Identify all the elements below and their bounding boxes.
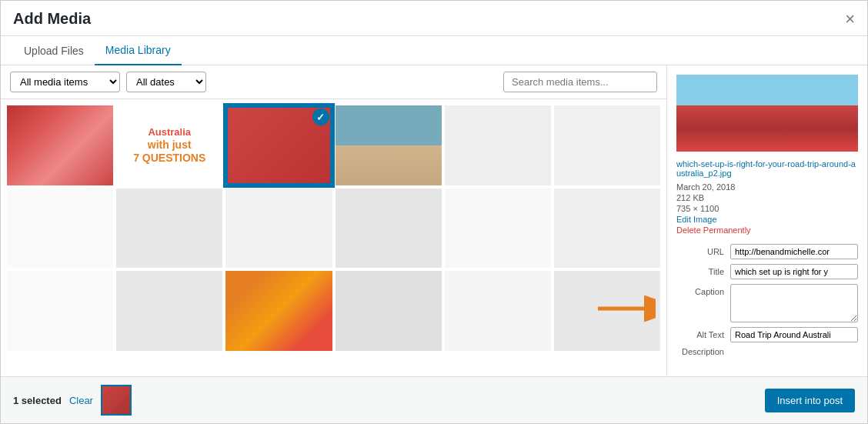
media-item[interactable] [554,271,660,351]
tab-upload[interactable]: Upload Files [13,36,95,65]
media-item[interactable] [554,189,660,269]
media-item[interactable] [445,189,551,269]
media-item-selected[interactable]: ✓ [225,105,332,185]
selected-count: 1 selected [13,395,62,406]
search-input[interactable] [503,72,657,92]
modal-header: Add Media × [1,1,867,36]
media-item[interactable] [445,271,551,351]
media-item[interactable] [336,105,442,185]
url-label: URL [676,247,730,256]
media-sidebar: which-set-up-is-right-for-your-road-trip… [667,65,867,376]
insert-into-post-button[interactable]: Insert into post [765,389,855,412]
caption-input[interactable] [730,284,858,322]
media-item[interactable] [116,189,222,269]
caption-label: Caption [676,284,730,296]
media-item[interactable] [336,271,442,351]
media-grid: Australiawith just7 QUESTIONS ✓ [1,99,666,376]
url-input[interactable] [730,244,858,259]
date-filter[interactable]: All dates [126,72,206,92]
alt-input[interactable] [730,327,858,342]
description-label: Description [676,347,730,356]
media-toolbar: All media items All dates [1,65,666,99]
tab-media-library[interactable]: Media Library [95,36,182,65]
alt-label: Alt Text [676,330,730,339]
modal-footer: 1 selected Clear Insert into post [1,376,867,423]
media-item[interactable]: Australiawith just7 QUESTIONS [116,105,222,185]
media-item[interactable] [336,189,442,269]
title-input[interactable] [730,264,858,279]
modal-title: Add Media [13,10,91,35]
footer-left: 1 selected Clear [13,385,132,416]
tabs-bar: Upload Files Media Library [1,36,867,65]
media-item[interactable] [7,271,113,351]
media-item[interactable] [554,105,660,185]
modal-body: All media items All dates Australiawith … [1,65,867,376]
edit-image-link[interactable]: Edit Image [676,215,858,224]
media-item[interactable] [116,271,222,351]
clear-selection-link[interactable]: Clear [69,395,93,406]
media-item[interactable] [445,105,551,185]
media-item[interactable] [7,189,113,269]
sidebar-preview [676,75,858,152]
delete-permanently-link[interactable]: Delete Permanently [676,225,858,235]
sidebar-dimensions: 735 × 1100 [676,204,858,213]
media-main: All media items All dates Australiawith … [1,65,667,376]
media-item[interactable] [7,105,113,185]
sidebar-filesize: 212 KB [676,193,858,202]
media-item[interactable] [225,271,332,351]
add-media-modal: Add Media × Upload Files Media Library A… [0,0,868,424]
media-type-filter[interactable]: All media items [10,72,120,92]
title-label: Title [676,267,730,276]
media-item[interactable] [225,189,332,269]
url-field: URL Title Caption Alt Text Description [676,244,858,361]
close-button[interactable]: × [845,11,855,35]
sidebar-date: March 20, 2018 [676,182,858,192]
selected-thumbnail [101,385,132,416]
sidebar-filename: which-set-up-is-right-for-your-road-trip… [676,159,858,178]
